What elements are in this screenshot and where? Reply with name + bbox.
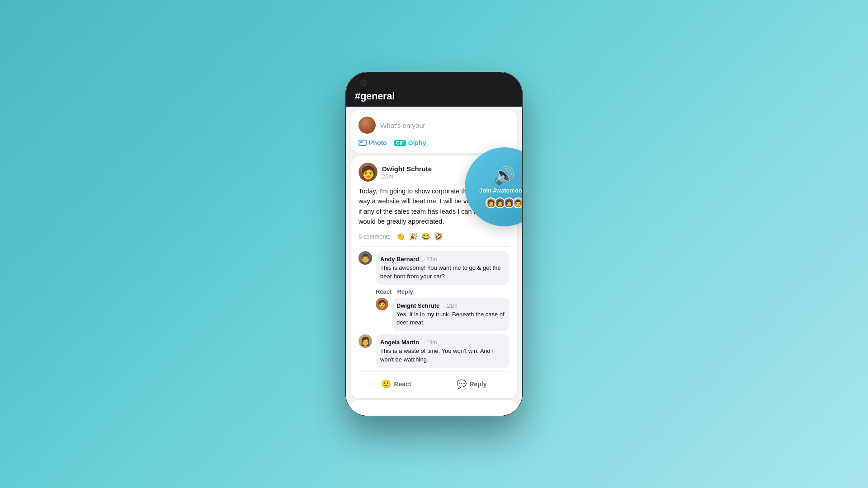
angela-avatar: 👩 xyxy=(359,334,372,348)
andy-author: Andy Bernard xyxy=(380,256,419,263)
phone-wrapper: #general What's on your Photo xyxy=(346,72,522,416)
reply-footer-label: Reply xyxy=(469,380,486,388)
phone-frame: #general What's on your Photo xyxy=(346,72,522,416)
react-footer-icon: 🙂 xyxy=(381,379,391,389)
andy-time: · 23m xyxy=(423,256,437,263)
reply-footer-btn[interactable]: 💬 Reply xyxy=(448,376,495,392)
post-footer: 🙂 React 💬 Reply xyxy=(359,371,509,392)
comment-item-angela: 👩 Angela Martin · 19m This is a waste of… xyxy=(359,334,509,368)
comments-section: 👨 Andy Bernard · 23m This is awesome! Yo… xyxy=(359,246,509,368)
react-footer-label: React xyxy=(394,380,411,388)
compose-placeholder[interactable]: What's on your xyxy=(380,122,425,129)
screen-content: #general What's on your Photo xyxy=(346,72,522,416)
camera-hole xyxy=(360,80,367,86)
post-author-avatar xyxy=(359,163,377,182)
reaction-party[interactable]: 🎉 xyxy=(409,232,418,241)
post-time: 25m xyxy=(382,173,432,180)
photo-icon xyxy=(359,140,367,146)
dwight-reply-time: · 21m xyxy=(444,303,458,309)
reactions-row: 5 comments 👏 🎉 😂 🤣 xyxy=(359,232,509,241)
post-compose-area[interactable]: What's on your Photo GIF Giphy xyxy=(351,110,517,153)
gif-badge: GIF xyxy=(394,140,406,146)
dwight-reply-avatar: 🧑 xyxy=(376,298,388,310)
angela-time: · 19m xyxy=(423,339,437,346)
angela-author: Angela Martin xyxy=(380,339,419,346)
angela-text: This is a waste of time. You won't win. … xyxy=(380,347,505,364)
post-meta: Dwight Schrute 25m xyxy=(382,165,432,180)
phone-screen: #general What's on your Photo xyxy=(346,72,522,416)
dwight-reply-author: Dwight Schrute xyxy=(396,302,439,309)
nested-comment-dwight: 🧑 Dwight Schrute · 21m Yes. It is in my … xyxy=(376,298,509,331)
dwight-reply-text: Yes. It is in my trunk. Beneath the case… xyxy=(396,310,505,328)
post-card-partial xyxy=(351,400,517,416)
wc-avatar-4: 👨 xyxy=(513,197,523,208)
giphy-button[interactable]: GIF Giphy xyxy=(394,139,426,146)
reaction-clap[interactable]: 👏 xyxy=(396,232,405,241)
photo-label: Photo xyxy=(369,139,387,146)
compose-actions: Photo GIF Giphy xyxy=(359,139,509,146)
header-bar: #general xyxy=(346,72,522,107)
angela-bubble: Angela Martin · 19m This is a waste of t… xyxy=(376,334,509,368)
andy-text: This is awesome! You want me to go & get… xyxy=(380,264,505,281)
reaction-smirk[interactable]: 🤣 xyxy=(434,232,443,241)
giphy-label: Giphy xyxy=(408,139,426,146)
andy-bubble: Andy Bernard · 23m This is awesome! You … xyxy=(376,251,509,285)
andy-avatar: 👨 xyxy=(359,251,372,265)
speaker-icon: 🔊 xyxy=(494,165,515,185)
compose-avatar xyxy=(359,117,376,134)
andy-comment-actions: React Reply xyxy=(376,288,509,295)
watercooler-avatars: 👩 👩 👩 👨 xyxy=(486,197,523,208)
comment-item-andy: 👨 Andy Bernard · 23m This is awesome! Yo… xyxy=(359,251,509,285)
reaction-laugh[interactable]: 😂 xyxy=(421,232,430,241)
compose-row: What's on your xyxy=(359,117,509,134)
react-footer-btn[interactable]: 🙂 React xyxy=(372,376,420,392)
post-author-name: Dwight Schrute xyxy=(382,165,432,173)
reply-footer-icon: 💬 xyxy=(457,379,467,389)
andy-reply-btn[interactable]: Reply xyxy=(397,288,413,295)
comments-count: 5 comments xyxy=(359,233,391,240)
dwight-reply-bubble: Dwight Schrute · 21m Yes. It is in my tr… xyxy=(392,298,509,331)
watercooler-label: Join #watercooler xyxy=(479,187,522,194)
photo-button[interactable]: Photo xyxy=(359,139,387,146)
andy-react-btn[interactable]: React xyxy=(376,288,392,295)
channel-title: #general xyxy=(355,90,513,102)
post-card: 🔊 Join #watercooler 👩 👩 👩 👨 xyxy=(351,156,517,398)
